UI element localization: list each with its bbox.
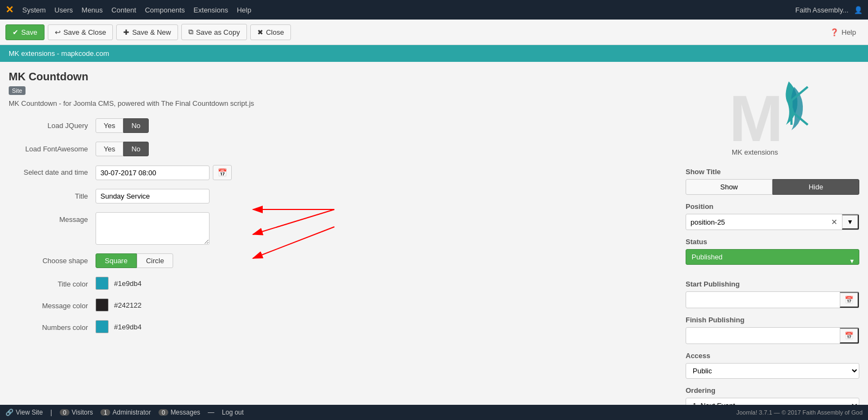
view-site-item: 🔗 View Site (5, 409, 43, 416)
title-color-control: #1e9db4 (96, 277, 675, 290)
toolbar: ✔ Save ↩ Save & Close ✚ Save & New ⧉ Sav… (0, 20, 868, 45)
save-close-button[interactable]: ↩ Save & Close (48, 24, 113, 40)
finish-publishing-input[interactable] (686, 329, 840, 342)
start-publishing-label: Start Publishing (686, 280, 859, 288)
position-field: ✕ ▼ (686, 214, 859, 230)
show-button[interactable]: Show (686, 179, 772, 195)
shape-square-button[interactable]: Square (96, 253, 137, 268)
close-button[interactable]: ✖ Close (250, 24, 291, 40)
show-title-label: Show Title (686, 168, 859, 176)
joomla-logo[interactable]: ✕ (5, 4, 14, 16)
messages-item: 0 Messages (159, 409, 200, 416)
logout-link[interactable]: Log out (222, 409, 244, 416)
shape-toggle: Square Circle (96, 253, 173, 268)
load-fontawesome-yes[interactable]: Yes (96, 142, 123, 156)
visitors-item: 0 Visitors (60, 409, 93, 416)
message-control (96, 212, 675, 245)
title-color-row: Title color #1e9db4 (9, 277, 675, 290)
title-label: Title (9, 189, 96, 200)
hide-button[interactable]: Hide (772, 179, 859, 195)
load-jquery-label: Load JQuery (9, 118, 96, 130)
select-date-control: 📅 (96, 165, 675, 180)
title-control (96, 189, 675, 203)
position-dropdown-button[interactable]: ▼ (842, 214, 859, 230)
access-label: Access (686, 352, 859, 360)
start-publishing-input[interactable] (686, 293, 840, 307)
svg-text:MK extensions: MK extensions (732, 148, 778, 156)
title-row: Title (9, 189, 675, 203)
shape-circle-button[interactable]: Circle (137, 253, 173, 268)
select-date-input[interactable] (96, 166, 210, 180)
module-title: MK Countdown (9, 71, 675, 83)
svg-text:M: M (729, 82, 783, 155)
admin-label[interactable]: Administrator (112, 409, 151, 416)
messages-badge: 0 (159, 409, 168, 416)
start-publishing-field: 📅 (686, 291, 859, 308)
load-fontawesome-toggle: Yes No (96, 142, 149, 156)
message-color-swatch[interactable] (96, 298, 109, 311)
position-input[interactable] (686, 215, 827, 229)
load-jquery-yes[interactable]: Yes (96, 118, 123, 133)
extension-title: MK extensions - mapkcode.com (9, 49, 109, 58)
nav-right: Faith Assembly... 👤 (795, 6, 863, 14)
save-new-button[interactable]: ✚ Save & New (116, 24, 178, 40)
status-bar: 🔗 View Site | 0 Visitors 1 Administrator… (0, 405, 868, 420)
nav-components[interactable]: Components (145, 6, 185, 14)
admin-item: 1 Administrator (100, 409, 151, 416)
help-icon: ❓ (830, 28, 839, 36)
choose-shape-label: Choose shape (9, 253, 96, 265)
message-textarea[interactable] (96, 212, 210, 245)
save-copy-label: Save as Copy (196, 28, 240, 36)
nav-menu: System Users Menus Content Components Ex… (22, 6, 795, 14)
view-site-link[interactable]: View Site (16, 409, 43, 416)
choose-shape-control: Square Circle (96, 253, 675, 268)
numbers-color-swatch[interactable] (96, 320, 109, 333)
message-row: Message (9, 212, 675, 245)
show-hide-toggle: Show Hide (686, 179, 859, 195)
finish-publishing-calendar[interactable]: 📅 (840, 328, 859, 343)
visitors-label[interactable]: Visitors (72, 409, 93, 416)
nav-menus[interactable]: Menus (81, 6, 103, 14)
load-fontawesome-row: Load FontAwesome Yes No (9, 142, 675, 156)
load-jquery-no[interactable]: No (123, 118, 149, 133)
close-icon: ✖ (257, 28, 263, 36)
user-icon[interactable]: 👤 (854, 6, 863, 14)
version-info: Joomla! 3.7.1 — © 2017 Faith Assembly of… (737, 409, 863, 416)
message-color-label: Message color (9, 298, 96, 310)
load-jquery-control: Yes No (96, 118, 675, 133)
date-calendar-button[interactable]: 📅 (213, 165, 232, 180)
message-color-row: Message color #242122 (9, 298, 675, 311)
title-input[interactable] (96, 189, 210, 203)
help-button[interactable]: ❓ Help (823, 25, 863, 40)
save-copy-button[interactable]: ⧉ Save as Copy (181, 24, 247, 40)
select-date-label: Select date and time (9, 165, 96, 176)
nav-system[interactable]: System (22, 6, 46, 14)
save-label: Save (21, 28, 37, 36)
top-navigation: ✕ System Users Menus Content Components … (0, 0, 868, 20)
save-button[interactable]: ✔ Save (5, 24, 45, 40)
ordering-label: Ordering (686, 386, 859, 394)
message-color-value: #242122 (114, 301, 142, 309)
nav-help[interactable]: Help (237, 6, 251, 14)
messages-label[interactable]: Messages (170, 409, 200, 416)
choose-shape-row: Choose shape Square Circle (9, 253, 675, 268)
start-publishing-calendar[interactable]: 📅 (840, 292, 859, 308)
save-close-icon: ↩ (55, 28, 61, 36)
numbers-color-control: #1e9db4 (96, 320, 675, 333)
title-color-swatch[interactable] (96, 277, 109, 290)
status-label: Status (686, 238, 859, 246)
site-name[interactable]: Faith Assembly... (795, 6, 848, 14)
access-select[interactable]: Public Registered Special (686, 363, 859, 379)
nav-extensions[interactable]: Extensions (194, 6, 229, 14)
position-clear-button[interactable]: ✕ (827, 215, 842, 229)
load-fontawesome-no[interactable]: No (123, 142, 149, 156)
close-label: Close (266, 28, 284, 36)
finish-publishing-field: 📅 (686, 327, 859, 344)
status-select[interactable]: Published Unpublished Trashed (686, 249, 859, 265)
load-jquery-row: Load JQuery Yes No (9, 118, 675, 133)
nav-users[interactable]: Users (54, 6, 73, 14)
save-close-label: Save & Close (64, 28, 106, 36)
nav-content[interactable]: Content (111, 6, 136, 14)
mk-logo-area: M MK extensions (686, 71, 859, 159)
save-copy-icon: ⧉ (188, 28, 193, 36)
